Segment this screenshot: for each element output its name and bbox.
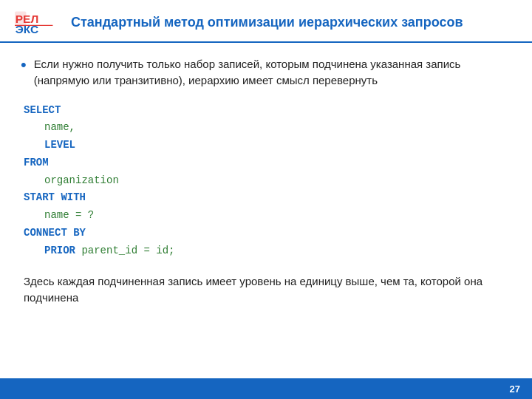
- code-nameeq-line: name = ?: [44, 207, 511, 225]
- header: РЕЛ ЭКС Стандартный метод оптимизации ие…: [0, 0, 532, 43]
- bullet-icon: •: [21, 55, 27, 76]
- code-select-kw: SELECT: [24, 104, 61, 116]
- code-organization: organization: [44, 174, 119, 186]
- code-block: SELECT name, LEVEL FROM organization STA…: [24, 102, 511, 260]
- code-level-line: LEVEL: [44, 137, 511, 154]
- description-text: Здесь каждая подчиненная запись имеет ур…: [24, 273, 511, 307]
- logo: РЕЛ ЭКС: [15, 9, 59, 35]
- code-connectby-line: CONNECT BY: [24, 225, 511, 242]
- code-from-line: FROM: [24, 154, 511, 172]
- code-name: name,: [44, 121, 75, 133]
- code-prior-rest: parent_id = id;: [75, 245, 174, 256]
- code-startwith-line: START WITH: [24, 189, 511, 207]
- code-org-line: organization: [44, 172, 511, 190]
- page-number: 27: [510, 383, 520, 395]
- code-startwith-kw: START WITH: [24, 191, 86, 203]
- code-from-kw: FROM: [24, 157, 49, 168]
- code-name-line: name,: [44, 119, 511, 137]
- code-nameeq: name = ?: [44, 209, 94, 221]
- code-prior-line: PRIOR parent_id = id;: [44, 242, 511, 260]
- bullet-section: • Если нужно получить только набор запис…: [21, 56, 511, 89]
- slide: РЕЛ ЭКС Стандартный метод оптимизации ие…: [0, 0, 532, 399]
- code-connectby-kw: CONNECT BY: [24, 227, 86, 239]
- description-section: Здесь каждая подчиненная запись имеет ур…: [21, 273, 511, 307]
- slide-title: Стандартный метод оптимизации иерархичес…: [71, 15, 463, 30]
- code-prior-kw: PRIOR: [44, 245, 75, 256]
- footer: 27: [0, 378, 532, 399]
- code-level-kw: LEVEL: [44, 139, 75, 151]
- code-select-line: SELECT: [24, 102, 511, 120]
- content: • Если нужно получить только набор запис…: [0, 43, 532, 378]
- bullet-text: Если нужно получить только набор записей…: [34, 56, 511, 89]
- svg-text:ЭКС: ЭКС: [16, 23, 38, 35]
